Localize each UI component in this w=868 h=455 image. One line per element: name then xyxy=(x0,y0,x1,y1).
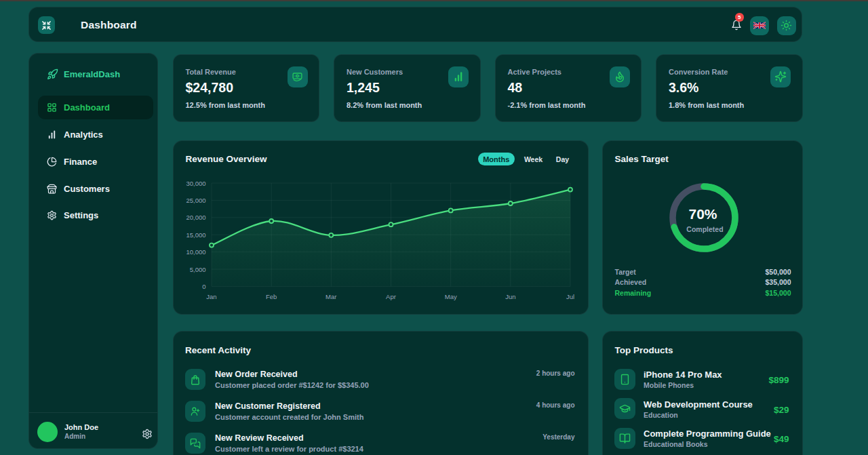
svg-text:30,000: 30,000 xyxy=(186,180,205,187)
svg-text:10,000: 10,000 xyxy=(186,248,205,256)
svg-text:Jun: Jun xyxy=(505,293,515,300)
svg-text:25,000: 25,000 xyxy=(186,197,205,204)
svg-text:Jul: Jul xyxy=(566,293,574,300)
svg-text:Jan: Jan xyxy=(206,293,216,300)
svg-text:20,000: 20,000 xyxy=(186,214,205,221)
svg-text:15,000: 15,000 xyxy=(186,231,205,239)
svg-text:5,000: 5,000 xyxy=(189,266,205,273)
svg-text:May: May xyxy=(444,293,456,300)
svg-text:Apr: Apr xyxy=(386,293,396,300)
svg-text:Mar: Mar xyxy=(326,293,336,300)
svg-text:Feb: Feb xyxy=(266,293,277,300)
svg-text:0: 0 xyxy=(202,283,205,290)
